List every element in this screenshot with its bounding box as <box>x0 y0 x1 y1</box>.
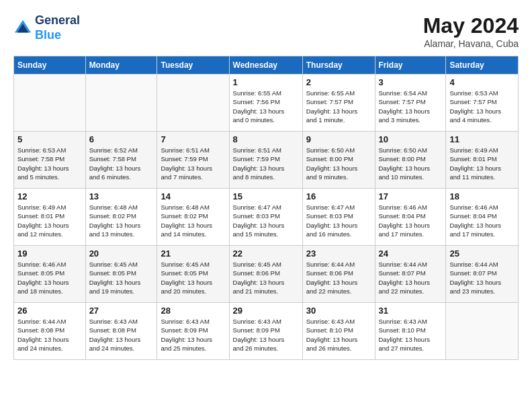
calendar-cell: 25Sunrise: 6:44 AM Sunset: 8:07 PM Dayli… <box>446 246 519 303</box>
day-number: 17 <box>379 191 443 201</box>
header-sunday: Sunday <box>14 56 86 75</box>
calendar-table: SundayMondayTuesdayWednesdayThursdayFrid… <box>13 56 519 360</box>
calendar-cell <box>85 75 157 132</box>
day-number: 30 <box>306 306 371 316</box>
logo: General Blue <box>13 13 80 42</box>
day-number: 8 <box>233 134 299 144</box>
day-info: Sunrise: 6:43 AM Sunset: 8:09 PM Dayligh… <box>233 317 299 353</box>
day-number: 11 <box>449 134 515 144</box>
day-number: 24 <box>379 248 443 259</box>
day-number: 1 <box>233 77 299 87</box>
month-title: May 2024 <box>423 13 519 38</box>
day-number: 28 <box>161 306 225 316</box>
day-info: Sunrise: 6:47 AM Sunset: 8:03 PM Dayligh… <box>233 203 299 238</box>
header-friday: Friday <box>375 56 446 75</box>
day-info: Sunrise: 6:49 AM Sunset: 8:01 PM Dayligh… <box>17 203 82 238</box>
calendar-cell: 15Sunrise: 6:47 AM Sunset: 8:03 PM Dayli… <box>229 189 302 246</box>
day-info: Sunrise: 6:53 AM Sunset: 7:58 PM Dayligh… <box>17 146 82 181</box>
day-number: 23 <box>306 248 371 259</box>
day-number: 5 <box>17 134 82 144</box>
day-info: Sunrise: 6:44 AM Sunset: 8:06 PM Dayligh… <box>306 260 371 295</box>
day-number: 12 <box>17 191 82 201</box>
calendar-cell: 12Sunrise: 6:49 AM Sunset: 8:01 PM Dayli… <box>14 189 86 246</box>
header-saturday: Saturday <box>446 56 519 75</box>
calendar-cell: 24Sunrise: 6:44 AM Sunset: 8:07 PM Dayli… <box>375 246 446 303</box>
day-number: 13 <box>89 191 154 201</box>
day-number: 4 <box>449 77 515 87</box>
title-block: May 2024 Alamar, Havana, Cuba <box>423 13 519 49</box>
calendar-cell: 31Sunrise: 6:43 AM Sunset: 8:10 PM Dayli… <box>375 303 446 360</box>
day-info: Sunrise: 6:51 AM Sunset: 7:59 PM Dayligh… <box>161 146 225 181</box>
day-info: Sunrise: 6:47 AM Sunset: 8:03 PM Dayligh… <box>306 203 371 238</box>
day-info: Sunrise: 6:44 AM Sunset: 8:08 PM Dayligh… <box>17 317 82 353</box>
day-info: Sunrise: 6:43 AM Sunset: 8:10 PM Dayligh… <box>306 317 371 353</box>
day-info: Sunrise: 6:54 AM Sunset: 7:57 PM Dayligh… <box>379 89 443 124</box>
calendar-cell: 17Sunrise: 6:46 AM Sunset: 8:04 PM Dayli… <box>375 189 446 246</box>
header-wednesday: Wednesday <box>229 56 302 75</box>
header-monday: Monday <box>85 56 157 75</box>
day-info: Sunrise: 6:45 AM Sunset: 8:06 PM Dayligh… <box>233 260 299 295</box>
day-number: 29 <box>233 306 299 316</box>
calendar-cell: 2Sunrise: 6:55 AM Sunset: 7:57 PM Daylig… <box>302 75 375 132</box>
day-info: Sunrise: 6:45 AM Sunset: 8:05 PM Dayligh… <box>161 260 225 295</box>
calendar-week-row: 19Sunrise: 6:46 AM Sunset: 8:05 PM Dayli… <box>14 246 519 303</box>
calendar-cell: 22Sunrise: 6:45 AM Sunset: 8:06 PM Dayli… <box>229 246 302 303</box>
day-info: Sunrise: 6:50 AM Sunset: 8:00 PM Dayligh… <box>306 146 371 181</box>
day-info: Sunrise: 6:45 AM Sunset: 8:05 PM Dayligh… <box>89 260 154 295</box>
day-number: 19 <box>17 248 82 259</box>
day-info: Sunrise: 6:43 AM Sunset: 8:09 PM Dayligh… <box>161 317 225 353</box>
day-info: Sunrise: 6:43 AM Sunset: 8:10 PM Dayligh… <box>379 317 443 353</box>
day-number: 26 <box>17 306 82 316</box>
calendar-week-row: 26Sunrise: 6:44 AM Sunset: 8:08 PM Dayli… <box>14 303 519 360</box>
calendar-cell: 11Sunrise: 6:49 AM Sunset: 8:01 PM Dayli… <box>446 132 519 189</box>
page-header: General Blue May 2024 Alamar, Havana, Cu… <box>13 13 519 49</box>
calendar-cell: 29Sunrise: 6:43 AM Sunset: 8:09 PM Dayli… <box>229 303 302 360</box>
calendar-cell: 14Sunrise: 6:48 AM Sunset: 8:02 PM Dayli… <box>157 189 229 246</box>
day-info: Sunrise: 6:55 AM Sunset: 7:56 PM Dayligh… <box>233 89 299 124</box>
day-number: 10 <box>379 134 443 144</box>
calendar-cell: 1Sunrise: 6:55 AM Sunset: 7:56 PM Daylig… <box>229 75 302 132</box>
day-number: 15 <box>233 191 299 201</box>
day-number: 27 <box>89 306 154 316</box>
day-info: Sunrise: 6:49 AM Sunset: 8:01 PM Dayligh… <box>449 146 515 181</box>
day-number: 16 <box>306 191 371 201</box>
day-info: Sunrise: 6:46 AM Sunset: 8:04 PM Dayligh… <box>449 203 515 238</box>
calendar-cell: 13Sunrise: 6:48 AM Sunset: 8:02 PM Dayli… <box>85 189 157 246</box>
day-number: 9 <box>306 134 371 144</box>
day-info: Sunrise: 6:48 AM Sunset: 8:02 PM Dayligh… <box>89 203 154 238</box>
logo-icon <box>13 19 32 38</box>
day-number: 2 <box>306 77 371 87</box>
calendar-cell <box>446 303 519 360</box>
day-info: Sunrise: 6:44 AM Sunset: 8:07 PM Dayligh… <box>449 260 515 295</box>
day-info: Sunrise: 6:44 AM Sunset: 8:07 PM Dayligh… <box>379 260 443 295</box>
day-number: 25 <box>449 248 515 259</box>
day-number: 31 <box>379 306 443 316</box>
day-info: Sunrise: 6:46 AM Sunset: 8:05 PM Dayligh… <box>17 260 82 295</box>
day-info: Sunrise: 6:55 AM Sunset: 7:57 PM Dayligh… <box>306 89 371 124</box>
calendar-header-row: SundayMondayTuesdayWednesdayThursdayFrid… <box>14 56 519 75</box>
header-tuesday: Tuesday <box>157 56 229 75</box>
day-number: 14 <box>161 191 225 201</box>
day-info: Sunrise: 6:43 AM Sunset: 8:08 PM Dayligh… <box>89 317 154 353</box>
calendar-cell: 8Sunrise: 6:51 AM Sunset: 7:59 PM Daylig… <box>229 132 302 189</box>
logo-text: General Blue <box>35 13 80 42</box>
location: Alamar, Havana, Cuba <box>423 38 519 49</box>
day-info: Sunrise: 6:52 AM Sunset: 7:58 PM Dayligh… <box>89 146 154 181</box>
calendar-cell: 9Sunrise: 6:50 AM Sunset: 8:00 PM Daylig… <box>302 132 375 189</box>
calendar-cell: 30Sunrise: 6:43 AM Sunset: 8:10 PM Dayli… <box>302 303 375 360</box>
day-number: 20 <box>89 248 154 259</box>
calendar-cell: 5Sunrise: 6:53 AM Sunset: 7:58 PM Daylig… <box>14 132 86 189</box>
calendar-cell: 19Sunrise: 6:46 AM Sunset: 8:05 PM Dayli… <box>14 246 86 303</box>
calendar-cell: 21Sunrise: 6:45 AM Sunset: 8:05 PM Dayli… <box>157 246 229 303</box>
calendar-cell <box>14 75 86 132</box>
calendar-cell: 26Sunrise: 6:44 AM Sunset: 8:08 PM Dayli… <box>14 303 86 360</box>
day-number: 21 <box>161 248 225 259</box>
calendar-week-row: 1Sunrise: 6:55 AM Sunset: 7:56 PM Daylig… <box>14 75 519 132</box>
calendar-cell: 20Sunrise: 6:45 AM Sunset: 8:05 PM Dayli… <box>85 246 157 303</box>
calendar-cell: 16Sunrise: 6:47 AM Sunset: 8:03 PM Dayli… <box>302 189 375 246</box>
day-info: Sunrise: 6:46 AM Sunset: 8:04 PM Dayligh… <box>379 203 443 238</box>
day-info: Sunrise: 6:50 AM Sunset: 8:00 PM Dayligh… <box>379 146 443 181</box>
day-number: 6 <box>89 134 154 144</box>
calendar-cell: 23Sunrise: 6:44 AM Sunset: 8:06 PM Dayli… <box>302 246 375 303</box>
calendar-cell: 28Sunrise: 6:43 AM Sunset: 8:09 PM Dayli… <box>157 303 229 360</box>
